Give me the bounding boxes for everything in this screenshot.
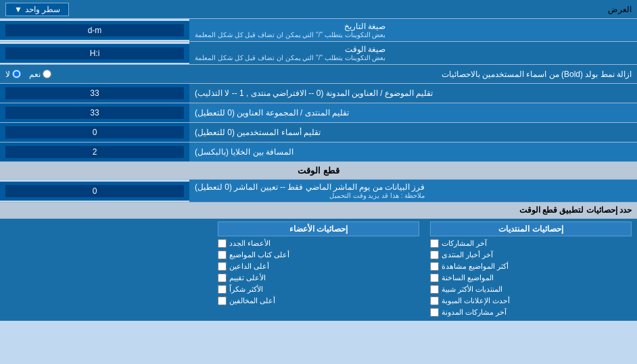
forum-order-input[interactable] — [5, 107, 184, 119]
checkbox-label-1: آخر المشاركات — [442, 239, 487, 248]
forum-order-label: تقليم المنتدى / المجموعة العناوين (0 للت… — [189, 103, 637, 122]
space-between-input-container — [0, 142, 189, 161]
checkbox-4[interactable] — [430, 274, 439, 282]
user-names-row: تقليم أسماء المستخدمين (0 للتعطيل) — [0, 123, 637, 142]
bold-remove-radio-group: نعم لا — [5, 70, 51, 79]
checkbox-label-2: آخر أخبار المنتدى — [442, 251, 493, 259]
bold-yes-label[interactable]: نعم — [29, 70, 51, 79]
time-format-title: صيغة الوقت — [195, 45, 385, 54]
time-format-row: صيغة الوقت بعض التكوينات يتطلب "/" التي … — [0, 42, 637, 65]
header-label: العرض — [608, 5, 632, 14]
subject-order-input-container — [0, 84, 189, 103]
subject-order-row: تقليم الموضوع / العناوين المدونة (0 -- ا… — [0, 84, 637, 103]
time-cut-row-label: فرز البيانات من يوم الماشر الماضي فقط --… — [195, 182, 425, 192]
time-cut-title: قطع الوقت — [298, 165, 339, 176]
bold-no-label[interactable]: لا — [5, 70, 21, 79]
checkbox-7[interactable] — [430, 308, 439, 317]
main-container: العرض سطر واحد ▼ صيغة التاريخ بعض التكوي… — [0, 0, 637, 321]
date-format-input-container — [0, 21, 189, 40]
subject-order-input[interactable] — [5, 87, 184, 99]
forum-stats-header: إحصائيات المنتديات — [430, 222, 632, 236]
checkbox-item-7: آخر مشاركات المدونة — [430, 307, 632, 318]
forum-order-row: تقليم المنتدى / المجموعة العناوين (0 للت… — [0, 103, 637, 123]
space-between-row: المسافة بين الخلايا (بالبكسل) — [0, 142, 637, 162]
checkbox-m6[interactable] — [218, 296, 227, 305]
date-format-sublabel: بعض التكوينات يتطلب "/" التي يمكن ان تضا… — [195, 31, 385, 38]
checkbox-label-7: آخر مشاركات المدونة — [442, 308, 506, 317]
forum-order-input-container — [0, 103, 189, 122]
checkbox-item-3: أكثر المواضيع مشاهدة — [430, 261, 632, 272]
user-names-label: تقليم أسماء المستخدمين (0 للتعطيل) — [189, 123, 637, 142]
dropdown-arrow-icon: ▼ — [14, 5, 22, 14]
checkbox-label-m2: أعلى كتاب المواضيع — [229, 251, 289, 259]
checkbox-item-6: أحدث الإعلانات المبوبة — [430, 295, 632, 307]
time-format-input[interactable] — [5, 47, 184, 59]
checkbox-m4[interactable] — [218, 274, 227, 282]
checkbox-m2[interactable] — [218, 251, 227, 259]
bold-no-text: لا — [5, 70, 10, 79]
checkbox-1[interactable] — [430, 239, 439, 248]
time-format-input-container — [0, 44, 189, 63]
checkbox-label-m4: الأعلى تقييم — [229, 274, 266, 282]
space-between-label: المسافة بين الخلايا (بالبكسل) — [189, 142, 637, 161]
time-cut-note: ملاحظة : هذا قد يزيد وقت التحميل — [195, 192, 425, 199]
forum-stats-col: إحصائيات المنتديات آخر المشاركات آخر أخب… — [425, 219, 637, 321]
header-row: العرض سطر واحد ▼ — [0, 0, 637, 19]
time-format-label: صيغة الوقت بعض التكوينات يتطلب "/" التي … — [189, 42, 637, 64]
time-format-sublabel: بعض التكوينات يتطلب "/" التي يمكن ان تضا… — [195, 54, 385, 61]
checkbox-item-m3: أعلى الداعين — [218, 261, 419, 272]
time-cut-section-header: قطع الوقت — [0, 162, 637, 180]
checkbox-item-m5: الأكثر شكراً — [218, 284, 419, 295]
checkbox-5[interactable] — [430, 285, 439, 294]
date-format-label: صيغة التاريخ بعض التكوينات يتطلب "/" الت… — [189, 19, 637, 41]
checkbox-item-m1: الأعضاء الجدد — [218, 238, 419, 249]
date-format-title: صيغة التاريخ — [195, 22, 385, 31]
bold-remove-label: ازالة نمط بولد (Bold) من اسماء المستخدمي… — [51, 70, 632, 79]
checkbox-label-5: المنتديات الأكثر شبية — [442, 285, 502, 294]
checkbox-item-m2: أعلى كتاب المواضيع — [218, 249, 419, 261]
time-cut-input[interactable] — [5, 185, 184, 197]
checkbox-m1[interactable] — [218, 239, 227, 248]
user-names-input[interactable] — [5, 126, 184, 138]
checkbox-item-5: المنتديات الأكثر شبية — [430, 284, 632, 295]
checkbox-label-m6: أعلى المخالفين — [229, 296, 275, 305]
checkbox-2[interactable] — [430, 251, 439, 259]
checkbox-m3[interactable] — [218, 262, 227, 271]
stats-section: حدد إحصائيات لتطبيق قطع الوقت إحصائيات ا… — [0, 203, 637, 321]
dropdown-button[interactable]: سطر واحد ▼ — [5, 3, 69, 16]
bold-no-radio[interactable] — [12, 70, 21, 78]
user-names-input-container — [0, 123, 189, 142]
member-stats-col: إحصائيات الأعضاء الأعضاء الجدد أعلى كتاب… — [212, 219, 425, 321]
checkbox-label-4: المواضيع الساخنة — [442, 274, 494, 282]
checkbox-m5[interactable] — [218, 285, 227, 294]
checkbox-label-3: أكثر المواضيع مشاهدة — [442, 262, 509, 271]
checkbox-item-m6: أعلى المخالفين — [218, 295, 419, 307]
date-format-row: صيغة التاريخ بعض التكوينات يتطلب "/" الت… — [0, 19, 637, 42]
checkbox-3[interactable] — [430, 262, 439, 271]
checkbox-label-m5: الأكثر شكراً — [229, 285, 263, 294]
subject-order-label: تقليم الموضوع / العناوين المدونة (0 -- ا… — [189, 84, 637, 103]
checkbox-item-2: آخر أخبار المنتدى — [430, 249, 632, 261]
bold-yes-radio[interactable] — [43, 70, 51, 78]
checkbox-label-m1: الأعضاء الجدد — [229, 239, 270, 248]
time-cut-label: فرز البيانات من يوم الماشر الماضي فقط --… — [189, 180, 637, 202]
checkbox-label-m3: أعلى الداعين — [229, 262, 269, 271]
extra-col — [0, 219, 212, 321]
checkbox-6[interactable] — [430, 296, 439, 305]
checkboxes-grid: إحصائيات المنتديات آخر المشاركات آخر أخب… — [0, 219, 637, 321]
stats-header-text: حدد إحصائيات لتطبيق قطع الوقت — [519, 205, 632, 215]
space-between-input[interactable] — [5, 146, 184, 158]
checkbox-item-m4: الأعلى تقييم — [218, 272, 419, 284]
time-cut-row: فرز البيانات من يوم الماشر الماضي فقط --… — [0, 180, 637, 203]
checkbox-label-6: أحدث الإعلانات المبوبة — [442, 296, 510, 305]
bold-yes-text: نعم — [29, 70, 41, 79]
date-format-input[interactable] — [5, 24, 184, 36]
dropdown-label: سطر واحد — [25, 5, 60, 14]
checkbox-item-4: المواضيع الساخنة — [430, 272, 632, 284]
bold-remove-row: ازالة نمط بولد (Bold) من اسماء المستخدمي… — [0, 65, 637, 84]
member-stats-header: إحصائيات الأعضاء — [218, 222, 419, 236]
checkbox-item-1: آخر المشاركات — [430, 238, 632, 249]
stats-header: حدد إحصائيات لتطبيق قطع الوقت — [0, 203, 637, 219]
time-cut-input-container — [0, 182, 189, 201]
